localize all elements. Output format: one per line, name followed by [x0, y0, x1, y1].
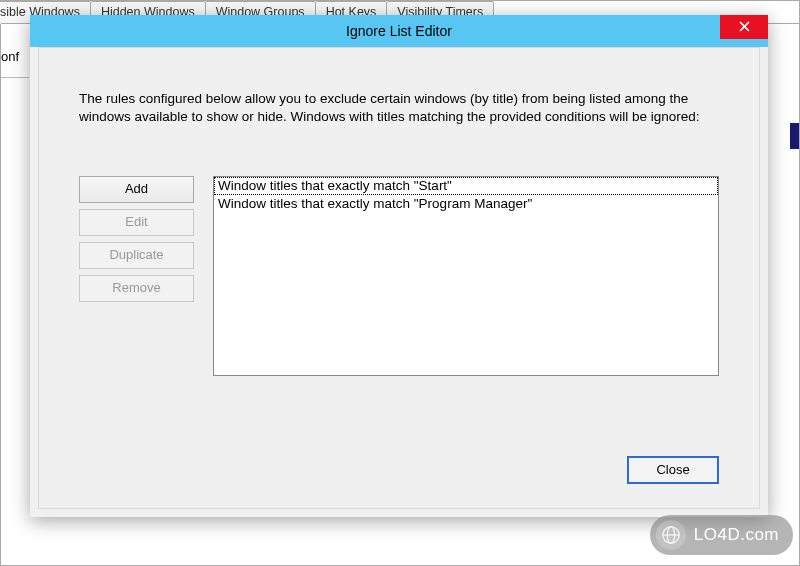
window-close-button[interactable] [720, 15, 768, 39]
rules-listbox[interactable]: Window titles that exactly match "Start"… [213, 176, 719, 376]
duplicate-button[interactable]: Duplicate [79, 242, 194, 269]
edit-button[interactable]: Edit [79, 209, 194, 236]
background-divider [1, 77, 29, 78]
background-truncated-label: onf [1, 49, 19, 64]
background-accent-strip [790, 123, 799, 149]
add-button[interactable]: Add [79, 176, 194, 203]
globe-icon [656, 520, 686, 550]
app-viewport: sible Windows Hidden Windows Window Grou… [0, 0, 800, 566]
list-item[interactable]: Window titles that exactly match "Start" [214, 177, 718, 195]
dialog-title: Ignore List Editor [346, 23, 452, 39]
rule-buttons-column: Add Edit Duplicate Remove [79, 176, 194, 302]
close-icon [739, 11, 750, 43]
dialog-titlebar[interactable]: Ignore List Editor [30, 15, 768, 47]
dialog-intro-text: The rules configured below allow you to … [79, 90, 719, 126]
ignore-list-editor-dialog: Ignore List Editor The rules configured … [30, 15, 768, 517]
watermark-text: LO4D.com [694, 525, 779, 545]
list-item[interactable]: Window titles that exactly match "Progra… [214, 195, 718, 213]
remove-button[interactable]: Remove [79, 275, 194, 302]
close-button[interactable]: Close [627, 456, 719, 484]
dialog-body: The rules configured below allow you to … [38, 47, 760, 509]
watermark: LO4D.com [650, 515, 793, 555]
